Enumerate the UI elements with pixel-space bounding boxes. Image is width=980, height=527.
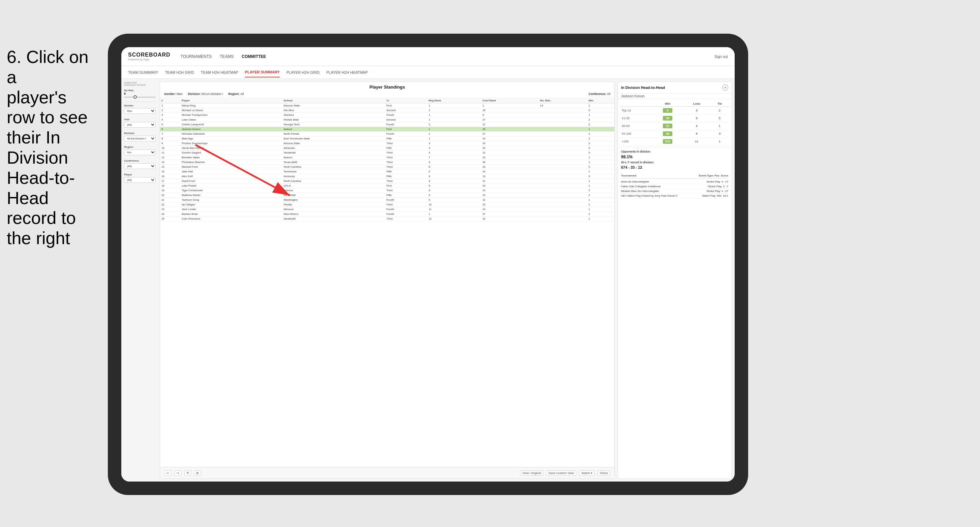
sub-tab-player-summary[interactable]: PLAYER SUMMARY <box>245 67 280 78</box>
save-custom-btn[interactable]: Save Custom View <box>546 470 576 476</box>
sub-tab-player-h2h-grid[interactable]: PLAYER H2H GRID <box>286 68 320 77</box>
tournament-row: SEC Match Play Hosted by Jerry Pate Roun… <box>621 194 728 198</box>
table-row[interactable]: 25 Cole Sherwood Vanderbilt Third 12 23 … <box>160 216 614 221</box>
table-row[interactable]: 20 Matthew Riedel Vanderbilt Fifth 9 23 … <box>160 193 614 198</box>
table-row[interactable]: 7 Nicholas Gabrielick North Florida Four… <box>160 132 614 137</box>
left-controls: Update time: 27/03/2024 16:56:26 No Rds.… <box>121 79 158 481</box>
nav-tab-committee[interactable]: COMMITTEE <box>242 53 266 60</box>
h2h-wlt-row: W-L-T record in-division: <box>621 160 728 164</box>
table-row[interactable]: 17 David Ford North Carolina Third 9 21 … <box>160 179 614 184</box>
table-row[interactable]: 13 Phichaksn Maichon Texas A&M Third 6 3… <box>160 160 614 165</box>
col-no-rds: No. Rds. <box>539 98 587 103</box>
logo-area: SCOREBOARD Powered by clippi <box>128 52 170 61</box>
region-select[interactable]: N/a <box>124 149 156 155</box>
h2h-record-row: 674 - 33 - 12 <box>621 165 728 169</box>
nav-tab-teams[interactable]: TEAMS <box>220 53 234 60</box>
table-row[interactable]: 12 Brendan Valles Auburn Third 7 29 1 <box>160 155 614 160</box>
h2h-pct: 98.1% <box>621 155 633 159</box>
filter-region: Region N/a <box>124 146 156 155</box>
filter-player: Player (All) <box>124 173 156 183</box>
sub-tab-player-h2h-heatmap[interactable]: PLAYER H2H HEATMAP <box>326 68 368 77</box>
h2h-col-win: Win <box>652 101 684 107</box>
h2h-close-btn[interactable]: × <box>722 84 728 90</box>
tournament-row: Amer Ari Intercollegiate Stroke Play 4 -… <box>621 179 728 184</box>
app-logo-sub: Powered by clippi <box>128 58 170 61</box>
view-original-btn[interactable]: View: Original <box>520 470 543 476</box>
update-time: Update time: 27/03/2024 16:56:26 <box>124 81 156 86</box>
bottom-toolbar: ↩ ↪ ⧉ ⊞ View: Original Save Custom View … <box>160 467 614 478</box>
table-row[interactable]: 24 Bastien Amat New Mexico Fourth 1 27 2 <box>160 212 614 216</box>
conference-select[interactable]: (All) <box>124 163 156 169</box>
standings-title: Player Standings <box>160 82 614 92</box>
table-row[interactable]: 4 Luke Claton Florida State Second 1 27 … <box>160 117 614 122</box>
h2h-row: 26-50 22 4 1 <box>620 122 730 130</box>
table-row[interactable]: 16 Alex Goff Kentucky Fifth 8 19 0 <box>160 174 614 179</box>
h2h-tournament-header: Tournament Event Type Pos Score <box>621 174 728 178</box>
sub-tab-team-h2h-grid[interactable]: TEAM H2H GRID <box>165 68 194 77</box>
watch-btn[interactable]: Watch ▾ <box>579 470 595 476</box>
instruction-text: 6. Click on a player's row to see their … <box>0 40 105 255</box>
player-select[interactable]: (All) <box>124 177 156 183</box>
sign-out-link[interactable]: Sign out <box>714 54 728 59</box>
header-right: Sign out <box>714 54 728 59</box>
standings-and-h2h: Player Standings Gender: Men Division: N… <box>158 79 735 481</box>
h2h-col-loss: Loss <box>683 101 710 107</box>
table-row[interactable]: 10 Jacob Alex Olesen Arkansas Fifth 4 23… <box>160 146 614 151</box>
standings-area: Player Standings Gender: Men Division: N… <box>160 81 615 479</box>
table-row[interactable]: 21 Taehoon Song Washington Fourth 6 22 1 <box>160 198 614 202</box>
division-select[interactable]: NCAA Division I <box>124 136 156 141</box>
h2h-opponents-label: Opponents in division: <box>621 150 651 153</box>
col-reg-rank: Reg Rank <box>427 98 481 103</box>
table-row[interactable]: 15 Jake Hall Tennessee Fifth 6 24 1 <box>160 169 614 174</box>
table-row[interactable]: 19 Tiger Christensen Arizona Third 8 23 … <box>160 188 614 193</box>
table-row[interactable]: 23 Jack Lundin Missouri Fourth 11 24 1 <box>160 207 614 212</box>
h2h-pct-row: 98.1% <box>621 155 728 159</box>
filter-no-rds: No Rds. 6 <box>124 89 156 98</box>
h2h-player-name: Jackson Koivun <box>618 94 732 99</box>
h2h-table-wrap: Win Loss Tie Top 10 8 3 2 11-25 20 9 5 2… <box>618 99 732 148</box>
tablet-screen: SCOREBOARD Powered by clippi TOURNAMENTS… <box>121 47 735 481</box>
h2h-opponents-row: Opponents in division: <box>621 150 728 153</box>
table-row[interactable]: 2 Michael La Sasso Ole Miss Second 1 18 … <box>160 108 614 113</box>
table-row[interactable]: 3 Michael Thorbjornsen Stanford Fourth 1… <box>160 113 614 117</box>
tournament-row: Mirabel Maui Jim Intercollegiate Stroke … <box>621 189 728 194</box>
h2h-title: In Division Head-to-Head <box>621 86 665 90</box>
main-content: Update time: 27/03/2024 16:56:26 No Rds.… <box>121 79 735 481</box>
paste-btn[interactable]: ⊞ <box>194 470 201 476</box>
filter-gender: Gender Men <box>124 104 156 114</box>
h2h-stats: Opponents in division: 98.1% W-L-T recor… <box>618 148 732 173</box>
table-row[interactable]: 5 Christo Lamprecht Georgia Tech Fourth … <box>160 122 614 127</box>
undo-btn[interactable]: ↩ <box>164 470 172 476</box>
table-row[interactable]: 22 Ian Gilligan Florida Third 10 24 1 <box>160 202 614 207</box>
h2h-record: 674 - 33 - 12 <box>621 165 642 169</box>
h2h-panel: In Division Head-to-Head × Jackson Koivu… <box>617 81 732 479</box>
table-row[interactable]: 6 Jackson Koivun Auburn First 1 30 1 <box>160 127 614 132</box>
gender-select[interactable]: Men <box>124 108 156 114</box>
h2h-col-tie: Tie <box>710 101 730 107</box>
h2h-row: 51-100 46 6 3 <box>620 130 730 138</box>
share-btn[interactable]: Share <box>598 470 610 476</box>
standings-table-wrap: # Player School Yr Reg Rank Conf Rank No… <box>160 98 614 467</box>
table-row[interactable]: 8 Mats Ege East Tennessee State Fifth 1 … <box>160 137 614 141</box>
sub-tab-team-h2h-heatmap[interactable]: TEAM H2H HEATMAP <box>201 68 238 77</box>
table-row[interactable]: 18 Luke Powell UCLA First 6 24 1 <box>160 184 614 188</box>
table-row[interactable]: 1 Wenyi Ding Arizona State First 1 1 14 … <box>160 103 614 108</box>
redo-btn[interactable]: ↪ <box>174 470 181 476</box>
col-player: Player <box>180 98 282 103</box>
table-row[interactable]: 11 Gordon Sargent Vanderbilt Third 4 21 … <box>160 151 614 155</box>
year-select[interactable]: (All) <box>124 122 156 128</box>
filter-conference: Conference (All) <box>124 159 156 169</box>
filter-year: Year (All) <box>124 118 156 128</box>
sub-tab-team-summary[interactable]: TEAM SUMMARY <box>128 68 158 77</box>
standings-filters: Gender: Men Division: NCAA Division I Re… <box>160 92 614 98</box>
copy-btn[interactable]: ⧉ <box>185 470 191 476</box>
col-rank: # <box>160 98 180 103</box>
col-yr: Yr <box>385 98 427 103</box>
h2h-header: In Division Head-to-Head × <box>618 82 732 94</box>
tournament-row: Fallen Oak Collegiate Invitational Strok… <box>621 184 728 189</box>
table-row[interactable]: 9 Preston Summerhays Arizona State Third… <box>160 141 614 146</box>
app-header: SCOREBOARD Powered by clippi TOURNAMENTS… <box>121 47 735 66</box>
table-row[interactable]: 14 Maxwell Ford North Carolina Third 8 2… <box>160 165 614 169</box>
standings-table: # Player School Yr Reg Rank Conf Rank No… <box>160 98 614 221</box>
nav-tab-tournaments[interactable]: TOURNAMENTS <box>181 53 212 60</box>
